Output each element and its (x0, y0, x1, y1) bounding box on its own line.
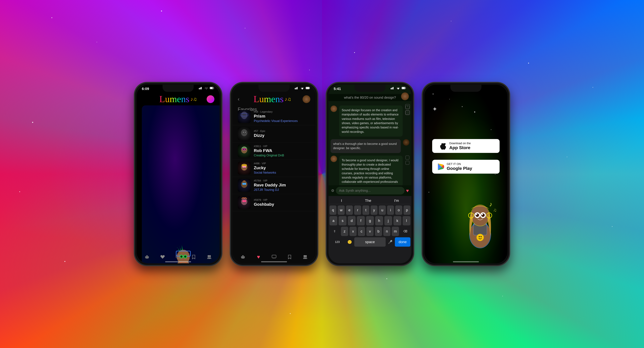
key-h[interactable]: h (375, 216, 383, 225)
copy-icons-2 (406, 156, 409, 165)
key-g[interactable]: g (366, 216, 374, 225)
phone-4-home-indicator (453, 261, 479, 262)
key-o[interactable]: o (395, 205, 402, 215)
fav-info-robfwa: #3911 · VIP Rob FWA Creating Original Dn… (254, 145, 310, 157)
fav-badge-dizzy: #57 · Epic (254, 130, 310, 133)
svg-rect-72 (242, 255, 244, 256)
fav-info-goshbaby: #5979 · VIP Goshbaby (254, 198, 310, 207)
suggest-i[interactable]: I (341, 199, 342, 203)
chat-input-field[interactable]: Ask Synth anything... (336, 187, 404, 194)
svg-point-100 (482, 214, 483, 215)
chat-bubble-1: Sound design focuses on the creation and… (339, 106, 403, 137)
google-play-button[interactable]: GET IT ON Google Play (432, 160, 500, 174)
svg-point-107 (479, 236, 480, 237)
key-y[interactable]: y (370, 205, 378, 215)
mic-icon[interactable]: 🎤 (388, 237, 392, 247)
fav-item-zucky[interactable]: #496 · VIP Zucky Social Networks (232, 160, 316, 177)
like-icon-ai2[interactable] (406, 161, 409, 165)
copy-icon-ai2[interactable] (406, 156, 409, 160)
key-r[interactable]: r (354, 205, 361, 215)
phone-4: ✦ Download on the App Store (422, 82, 510, 266)
phone-2: ‹ Lumens ♪♫ Favorites (230, 82, 318, 266)
key-c[interactable]: c (358, 227, 365, 236)
key-j[interactable]: j (384, 216, 392, 225)
key-m[interactable]: m (392, 227, 399, 236)
key-t[interactable]: t (362, 205, 369, 215)
key-space[interactable]: space (354, 237, 386, 247)
nav-people-icon[interactable] (205, 253, 213, 261)
fav-badge-prism: #58 · Legendary (254, 110, 310, 113)
svg-rect-75 (272, 255, 276, 258)
key-v[interactable]: v (366, 227, 374, 236)
fav-info-zucky: #496 · VIP Zucky Social Networks (254, 162, 310, 174)
star-decoration-left: ✦ (432, 105, 437, 113)
key-x[interactable]: x (350, 227, 356, 236)
fav-item-goshbaby[interactable]: #5979 · VIP Goshbaby (232, 194, 316, 211)
key-f[interactable]: f (357, 216, 365, 225)
svg-rect-0 (199, 88, 200, 89)
key-d[interactable]: d (348, 216, 356, 225)
key-backspace[interactable]: ⌫ (400, 227, 410, 236)
phone-2-back[interactable]: ‹ (238, 96, 240, 102)
fav-item-prism[interactable]: #58 · Legendary Prism Psychedelic Visual… (232, 108, 316, 125)
fav-item-ravedaddyjim[interactable]: #5784 · VIP Rave Daddy Jim JSTJR Touring… (232, 177, 316, 194)
suggest-the[interactable]: The (365, 199, 371, 203)
fav-item-robfwa[interactable]: #3911 · VIP Rob FWA Creating Original Dn… (232, 142, 316, 160)
copy-icon-1[interactable]: □ (405, 110, 410, 115)
phone-2-nav-people[interactable] (301, 253, 309, 261)
phone-4-character: ♪ ♫ (458, 196, 502, 250)
nav-robot-icon[interactable] (143, 253, 151, 261)
share-icon[interactable]: ↑ (405, 104, 410, 109)
key-n[interactable]: n (383, 227, 390, 236)
heart-button[interactable]: ♥ (406, 188, 409, 193)
fav-avatar-robfwa (238, 145, 251, 158)
key-123[interactable]: 123 (330, 237, 345, 247)
settings-icon[interactable]: ⚙ (331, 188, 334, 193)
key-w[interactable]: w (338, 205, 344, 215)
fav-item-dizzy[interactable]: #57 · Epic Dizzy (232, 125, 316, 142)
fav-badge-zucky: #496 · VIP (254, 162, 310, 165)
chat-bubble-2: To become a good sound designer, I would… (339, 156, 403, 187)
emoji-icon[interactable]: 🙂 (348, 237, 352, 247)
key-b[interactable]: b (375, 227, 382, 236)
suggest-im[interactable]: I'm (394, 199, 399, 203)
key-shift[interactable]: ⇧ (330, 227, 340, 236)
svg-point-97 (476, 213, 479, 217)
nav-bookmark-icon[interactable] (190, 253, 198, 261)
phone-2-nav-bookmark[interactable] (286, 253, 294, 261)
svg-point-52 (243, 132, 244, 133)
key-k[interactable]: k (394, 216, 401, 225)
svg-rect-78 (391, 88, 392, 89)
phone-1-avatar[interactable] (207, 95, 214, 103)
phone-2-home-indicator (261, 261, 287, 262)
key-e[interactable]: e (346, 205, 353, 215)
fav-badge-ravedaddyjim: #5784 · VIP (254, 179, 310, 182)
chat-message-2: To become a good sound designer, I would… (330, 156, 409, 187)
phone-1-logo: Lumens (159, 94, 190, 105)
key-a[interactable]: a (330, 216, 337, 225)
key-l[interactable]: l (403, 216, 410, 225)
phone-1-screen: 6:09 Lumens ♪♫ (137, 85, 220, 263)
key-p[interactable]: p (404, 205, 410, 215)
phone-1-card-1[interactable]: Disconect 80/20 · VIP (142, 105, 220, 263)
app-store-button[interactable]: Download on the App Store (432, 139, 500, 153)
phone-2-nav-heart[interactable]: ♥ (254, 253, 262, 261)
nav-heart-icon[interactable] (159, 253, 166, 261)
svg-point-76 (304, 255, 305, 257)
app-store-main-text: App Store (449, 145, 471, 150)
key-i[interactable]: i (387, 205, 394, 215)
key-u[interactable]: u (379, 205, 386, 215)
phone-2-nav-chat[interactable] (270, 253, 278, 261)
user-avatar-chat (403, 139, 409, 146)
nav-chat-icon[interactable] (174, 253, 182, 261)
google-play-logo-icon (437, 163, 444, 170)
key-s[interactable]: s (338, 216, 346, 225)
phone-2-nav-robot[interactable] (239, 253, 247, 261)
key-z[interactable]: z (341, 227, 348, 236)
app-store-text: Download on the App Store (449, 142, 471, 150)
svg-rect-62 (242, 164, 247, 166)
key-q[interactable]: q (330, 205, 336, 215)
key-done[interactable]: done (395, 237, 410, 247)
chat-message-1: Sound design focuses on the creation and… (330, 106, 409, 137)
google-play-top-text: GET IT ON (447, 162, 472, 166)
